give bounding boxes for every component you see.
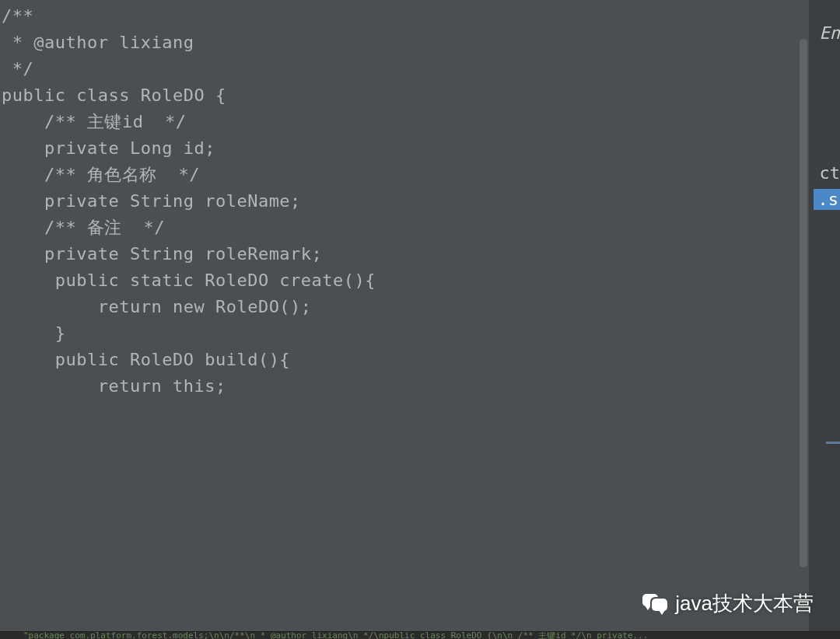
code-line[interactable]: public RoleDO build(){ (0, 347, 809, 373)
code-line[interactable]: private Long id; (0, 135, 809, 162)
right-marker (826, 442, 840, 444)
code-line[interactable]: /** 角色名称 */ (0, 162, 809, 188)
code-line[interactable]: return new RoleDO(); (0, 294, 809, 320)
watermark-text: java技术大本营 (675, 590, 814, 617)
code-line[interactable]: */ (0, 56, 809, 82)
code-line[interactable]: /** 备注 */ (0, 215, 809, 241)
right-hint-s: .s (814, 189, 841, 210)
code-line[interactable]: return this; (0, 373, 809, 400)
bottom-output-text: "package com.platform.forest.models;\n\n… (23, 631, 648, 639)
code-area[interactable]: /** * @author lixiang */ public class Ro… (0, 0, 809, 639)
editor-right-gutter: En ct .s (809, 0, 840, 639)
code-line[interactable]: public static RoleDO create(){ (0, 267, 809, 294)
scrollbar-track[interactable] (798, 0, 809, 639)
code-line[interactable]: public class RoleDO { (0, 82, 809, 109)
code-line[interactable]: private String roleRemark; (0, 241, 809, 267)
code-line[interactable]: } (0, 320, 809, 347)
right-hint-en: En (820, 23, 841, 43)
watermark: java技术大本营 (642, 590, 814, 617)
code-line[interactable]: /** (0, 3, 809, 30)
code-line[interactable]: private String roleName; (0, 188, 809, 215)
scrollbar-thumb[interactable] (800, 39, 807, 567)
right-hint-ct: ct (820, 163, 841, 183)
bottom-output-strip: "package com.platform.forest.models;\n\n… (0, 631, 840, 639)
code-line[interactable]: /** 主键id */ (0, 109, 809, 135)
code-line[interactable]: * @author lixiang (0, 30, 809, 56)
wechat-icon (642, 591, 669, 617)
editor-wrap: /** * @author lixiang */ public class Ro… (0, 0, 840, 639)
